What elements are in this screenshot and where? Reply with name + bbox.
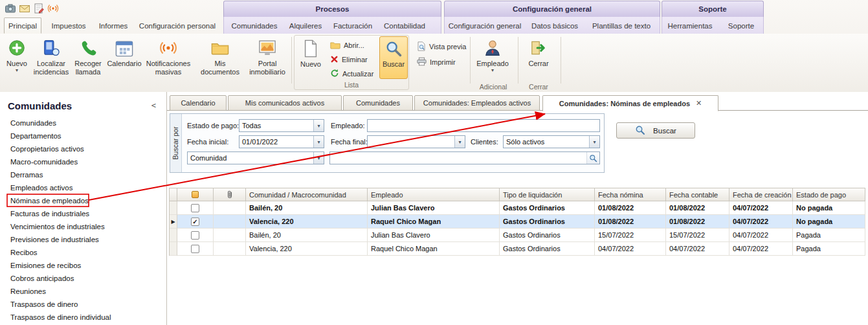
buscar-ribbon-button[interactable]: Buscar (379, 36, 408, 79)
vista-previa-button[interactable]: Vista previa (414, 40, 469, 53)
notificaciones-masivas-button[interactable]: Notificaciones masivas (144, 36, 193, 76)
attachment-column-header[interactable] (214, 188, 246, 201)
broadcast-icon[interactable] (47, 2, 59, 14)
fecha-final-select[interactable]: ▾ (367, 135, 465, 148)
tab-soporte[interactable]: Soporte (722, 17, 760, 34)
localizar-incidencias-button[interactable]: Localizar incidencias (32, 36, 70, 76)
column-header-fecha-contable[interactable]: Fecha contable (666, 188, 729, 201)
tab-comunidades[interactable]: Comunidades (228, 17, 281, 34)
person-icon (482, 38, 503, 58)
nuevo-lista-button[interactable]: Nuevo (296, 37, 325, 69)
fecha-inicial-select[interactable]: 01/01/2022 ▾ (239, 135, 324, 148)
comunidad-select[interactable]: Comunidad ▾ (187, 151, 324, 164)
table-row[interactable]: Bailén, 20 Julian Bas Clavero Gastos Ord… (170, 229, 865, 242)
mis-documentos-button[interactable]: Mis documentos (194, 36, 246, 76)
doctab-comunidades-empleados-activos[interactable]: Comunidades: Empleados activos (414, 95, 540, 111)
sidebar-item-vencimientos-de-industriales[interactable]: Vencimientos de industriales (0, 220, 166, 233)
checkbox[interactable] (191, 231, 199, 240)
empleado-input[interactable] (367, 119, 600, 132)
close-tab-icon[interactable]: ✕ (696, 99, 702, 107)
table-row[interactable]: Valencia, 220 Raquel Chico Magan Gastos … (170, 242, 865, 256)
sidebar-item-traspasos-de-dinero-individual[interactable]: Traspasos de dinero individual (0, 311, 166, 324)
sidebar-item-recibos[interactable]: Recibos (0, 246, 166, 259)
button-label: Notificaciones masivas (144, 60, 193, 76)
table-row-selected[interactable]: ▶ ✓ Valencia, 220 Raquel Chico Magan Gas… (170, 215, 865, 229)
tab-label: Herramientas (667, 22, 712, 30)
clientes-select[interactable]: Sólo activos ▾ (503, 135, 600, 148)
sidebar-item-empleados-activos[interactable]: Empleados activos (0, 181, 166, 194)
chevron-down-icon[interactable]: ▾ (313, 136, 324, 148)
tab-impuestos[interactable]: Impuestos (48, 17, 89, 34)
button-label: Recoger llamada (70, 60, 106, 76)
cerrar-button[interactable]: Cerrar (522, 36, 555, 68)
chevron-down-icon[interactable]: ▾ (313, 152, 324, 164)
tab-configuracion-general[interactable]: Configuración general (447, 17, 523, 34)
sidebar-item-macro-comunidades[interactable]: Macro-comunidades (0, 155, 166, 168)
collapse-sidebar-icon[interactable]: < (151, 101, 156, 110)
sidebar-item-comunidades[interactable]: Comunidades (0, 117, 166, 129)
tab-datos-basicos[interactable]: Datos básicos (528, 17, 581, 34)
search-icon[interactable] (586, 152, 599, 164)
column-header-tipo[interactable]: Tipo de liquidación (500, 188, 595, 201)
mail-icon[interactable] (18, 2, 30, 14)
tab-alquileres[interactable]: Alquileres (285, 17, 326, 34)
sidebar-item-facturas-de-industriales[interactable]: Facturas de industriales (0, 207, 166, 220)
abrir-button[interactable]: Abrir... (328, 39, 367, 52)
chevron-down-icon[interactable]: ▾ (589, 136, 599, 148)
context-group-configuracion-general: Configuración general (444, 1, 660, 17)
eliminar-button[interactable]: Eliminar (328, 53, 370, 66)
note-edit-icon[interactable] (32, 2, 45, 14)
tab-configuracion-personal[interactable]: Configuración personal (136, 17, 219, 34)
estado-de-pago-select[interactable]: Todas ▾ (239, 119, 324, 132)
doctab-comunidades-nominas-de-empleados[interactable]: Comunidades: Nóminas de empleados ✕ (542, 95, 718, 111)
sidebar-item-previsiones-de-industriales[interactable]: Previsiones de industriales (0, 233, 166, 246)
cell-fecha-creacion: 04/07/2022 (729, 215, 793, 229)
paperclip-icon (226, 190, 234, 199)
cell-estado: Pagada (793, 229, 865, 242)
sidebar-item-reuniones[interactable]: Reuniones (0, 285, 166, 298)
doctab-calendario[interactable]: Calendario (170, 95, 227, 111)
tab-herramientas[interactable]: Herramientas (664, 17, 716, 34)
buscar-por-strip: Buscar por (170, 114, 182, 172)
nuevo-button[interactable]: Nuevo ▾ (3, 36, 31, 73)
empleado-button[interactable]: Empleado ▾ (474, 36, 511, 73)
comunidad-search-input[interactable] (330, 152, 586, 164)
capture-icon[interactable] (4, 2, 16, 14)
attachment-cell (214, 229, 246, 242)
select-all-checkbox[interactable] (177, 188, 214, 201)
sidebar: Comunidades < Comunidades Departamentos … (0, 92, 167, 325)
doctab-mis-comunicados-activos[interactable]: Mis comunicados activos (228, 95, 342, 111)
sidebar-item-traspasos-de-dinero[interactable]: Traspasos de dinero (0, 298, 166, 311)
checkbox[interactable] (191, 204, 199, 212)
checkbox[interactable] (191, 245, 199, 253)
column-header-fecha-nomina[interactable]: Fecha nómina (595, 188, 666, 201)
column-header-fecha-creacion[interactable]: Fecha de creación (729, 188, 793, 201)
chevron-down-icon[interactable]: ▾ (313, 120, 324, 131)
tab-principal[interactable]: Principal (4, 17, 41, 34)
tab-plantillas-de-texto[interactable]: Plantillas de texto (585, 17, 658, 34)
sidebar-item-emisiones-de-recibos[interactable]: Emisiones de recibos (0, 259, 166, 272)
sidebar-item-departamentos[interactable]: Departamentos (0, 129, 166, 142)
table-row[interactable]: Bailén, 20 Julian Bas Clavero Gastos Ord… (170, 201, 865, 215)
sidebar-item-copropietarios-activos[interactable]: Copropietarios activos (0, 142, 166, 155)
sidebar-item-nominas-de-empleados[interactable]: Nóminas de empleados (0, 194, 166, 207)
column-header-comunidad[interactable]: Comunidad / Macrocomunidad (246, 188, 368, 201)
sidebar-item-cobros-anticipados[interactable]: Cobros anticipados (0, 272, 166, 285)
portal-inmobiliario-button[interactable]: Portal inmobiliario (247, 36, 287, 76)
tab-contabilidad[interactable]: Contabilidad (379, 17, 430, 34)
estado-de-pago-label: Estado de pago: (187, 119, 239, 132)
sidebar-header: Comunidades < (0, 92, 166, 117)
sidebar-item-derramas[interactable]: Derramas (0, 168, 166, 181)
chevron-down-icon[interactable]: ▾ (454, 136, 465, 148)
tab-facturacion[interactable]: Facturación (330, 17, 375, 34)
doctab-comunidades[interactable]: Comunidades (343, 95, 413, 111)
calendario-button[interactable]: Calendario (106, 36, 142, 68)
recoger-llamada-button[interactable]: Recoger llamada (70, 36, 106, 76)
actualizar-button[interactable]: Actualizar (328, 67, 376, 80)
imprimir-button[interactable]: Imprimir (414, 56, 458, 69)
tab-informes[interactable]: Informes (95, 17, 132, 34)
column-header-estado[interactable]: Estado de pago (793, 188, 865, 201)
buscar-button[interactable]: Buscar (616, 122, 695, 139)
checkbox-checked[interactable]: ✓ (191, 218, 199, 226)
column-header-empleado[interactable]: Empleado (368, 188, 500, 201)
